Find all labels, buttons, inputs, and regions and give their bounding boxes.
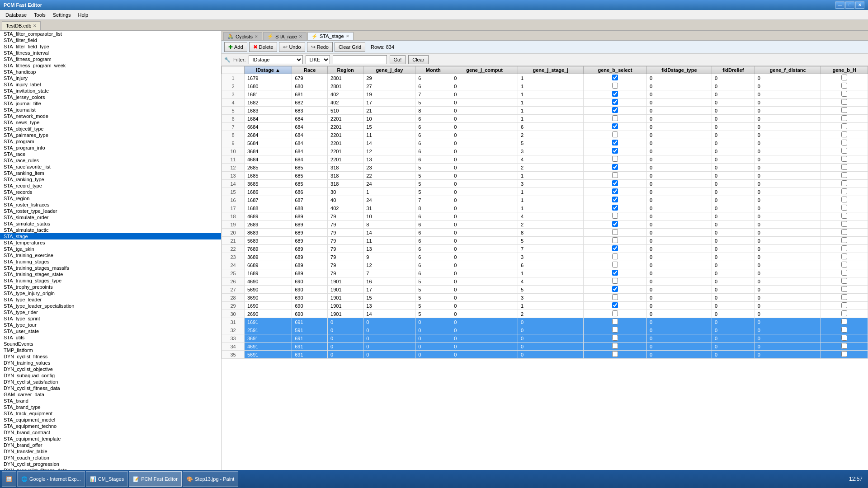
cell-race[interactable]: 684 — [292, 139, 328, 147]
cell-gene_j_stage_j[interactable]: 1 — [518, 82, 583, 90]
cell-fkidstage_type[interactable]: 0 — [646, 172, 712, 180]
cell-gene_j_stage_j[interactable]: 1 — [518, 204, 583, 212]
sidebar-item[interactable]: STA_handicap — [0, 69, 221, 75]
cell-gene-b-select[interactable] — [583, 196, 646, 204]
cell-idstage[interactable]: 8689 — [245, 229, 292, 237]
cell-gene_j_day[interactable]: 17 — [363, 99, 415, 107]
cell-gene_j_comput[interactable]: 0 — [451, 221, 518, 229]
table-row[interactable]: 251689689797601000 — [222, 269, 868, 277]
cell-region[interactable]: 2201 — [328, 115, 363, 123]
table-row[interactable]: 13168568531822501000 — [222, 172, 868, 180]
menu-help[interactable]: Help — [75, 11, 92, 19]
cell-idstage[interactable]: 1688 — [245, 204, 292, 212]
cell-gene_f_distanc[interactable]: 0 — [755, 196, 821, 204]
cell-gene_f_distanc[interactable]: 0 — [755, 302, 821, 310]
cell-month[interactable]: 5 — [415, 99, 451, 107]
cell-idstage[interactable]: 5684 — [245, 139, 292, 147]
cell-gene-b-h[interactable] — [821, 107, 868, 115]
cell-gene-b-select[interactable] — [583, 212, 646, 221]
cell-idstage[interactable]: 1683 — [245, 107, 292, 115]
sidebar-item[interactable]: STA_simulate_order — [0, 214, 221, 221]
cell-gene_j_comput[interactable]: 0 — [451, 253, 518, 261]
cell-fkidrelief[interactable]: 0 — [712, 318, 755, 326]
cell-gene_j_stage_j[interactable]: 1 — [518, 269, 583, 277]
data-table-container[interactable]: IDstage ▲ Race Region gene_j_day Month g… — [222, 66, 868, 476]
cell-race[interactable]: 684 — [292, 155, 328, 164]
cell-gene-b-h[interactable] — [821, 212, 868, 221]
cell-month[interactable]: 0 — [415, 326, 451, 334]
cell-month[interactable]: 5 — [415, 294, 451, 302]
cell-region[interactable]: 2201 — [328, 123, 363, 131]
sidebar-item[interactable]: STA_training_stages_type — [0, 277, 221, 284]
cell-race[interactable]: 682 — [292, 99, 328, 107]
cell-gene_j_comput[interactable]: 0 — [451, 286, 518, 294]
cell-month[interactable]: 5 — [415, 286, 451, 294]
cell-fkidrelief[interactable]: 0 — [712, 334, 755, 343]
cell-fkidstage_type[interactable]: 0 — [646, 147, 712, 155]
cell-fkidrelief[interactable]: 0 — [712, 196, 755, 204]
cell-fkidrelief[interactable]: 0 — [712, 164, 755, 172]
cell-gene_j_stage_j[interactable]: 3 — [518, 294, 583, 302]
cell-gene_j_day[interactable]: 12 — [363, 147, 415, 155]
cell-idstage[interactable]: 1686 — [245, 188, 292, 196]
cell-gene_f_distanc[interactable]: 0 — [755, 277, 821, 286]
sidebar-item[interactable]: STA_record_type — [0, 183, 221, 189]
cell-region[interactable]: 79 — [328, 229, 363, 237]
cell-region[interactable]: 79 — [328, 269, 363, 277]
cell-fkidstage_type[interactable]: 0 — [646, 90, 712, 99]
cell-gene_j_comput[interactable]: 0 — [451, 261, 518, 269]
table-row[interactable]: 61684684220110601000 — [222, 115, 868, 123]
cell-gene_f_distanc[interactable]: 0 — [755, 269, 821, 277]
cell-gene-b-select[interactable] — [583, 318, 646, 326]
cell-gene-b-select[interactable] — [583, 326, 646, 334]
cell-idstage[interactable]: 3684 — [245, 147, 292, 155]
cell-gene-b-select[interactable] — [583, 229, 646, 237]
taskbar-paint[interactable]: 🎨 Step13.jpg - Paint — [183, 471, 238, 487]
cell-idstage[interactable]: 1691 — [245, 318, 292, 326]
table-row[interactable]: 192689689798602000 — [222, 221, 868, 229]
cell-gene_j_comput[interactable]: 0 — [451, 196, 518, 204]
cell-gene_j_stage_j[interactable]: 6 — [518, 261, 583, 269]
cell-gene_j_day[interactable]: 14 — [363, 310, 415, 318]
menu-settings[interactable]: Settings — [49, 11, 75, 19]
cell-month[interactable]: 6 — [415, 131, 451, 139]
sidebar-item[interactable]: STA_simulate_tactic — [0, 227, 221, 233]
cell-fkidstage_type[interactable]: 0 — [646, 253, 712, 261]
cell-gene_j_stage_j[interactable]: 0 — [518, 343, 583, 351]
table-row[interactable]: 283690690190115503000 — [222, 294, 868, 302]
window-controls[interactable]: — □ ✕ — [835, 1, 864, 9]
cell-fkidrelief[interactable]: 0 — [712, 294, 755, 302]
sidebar-item[interactable]: STA_type_sprint — [0, 315, 221, 322]
cell-gene_j_stage_j[interactable]: 6 — [518, 123, 583, 131]
cell-idstage[interactable]: 2591 — [245, 326, 292, 334]
sidebar-item[interactable]: DYN_cyclist_satisfaction — [0, 379, 221, 385]
table-row[interactable]: 1616876874024701000 — [222, 196, 868, 204]
cell-region[interactable]: 402 — [328, 90, 363, 99]
sidebar-item[interactable]: STA_network_mode — [0, 113, 221, 119]
cell-gene-b-h[interactable] — [821, 172, 868, 180]
cell-gene-b-h[interactable] — [821, 90, 868, 99]
table-row[interactable]: 264690690190116504000 — [222, 277, 868, 286]
cell-idstage[interactable]: 2689 — [245, 221, 292, 229]
cell-race[interactable]: 689 — [292, 245, 328, 253]
sidebar-item[interactable]: STA_stage — [0, 233, 221, 239]
cell-region[interactable]: 79 — [328, 237, 363, 245]
sidebar-item[interactable]: STA_news_type — [0, 119, 221, 126]
cell-gene_j_stage_j[interactable]: 5 — [518, 139, 583, 147]
cell-region[interactable]: 0 — [328, 334, 363, 343]
cell-region[interactable]: 318 — [328, 180, 363, 188]
cell-gene-b-select[interactable] — [583, 286, 646, 294]
cell-gene-b-select[interactable] — [583, 147, 646, 155]
cell-gene_j_stage_j[interactable]: 3 — [518, 180, 583, 188]
cell-region[interactable]: 0 — [328, 343, 363, 351]
cell-gene_j_day[interactable]: 11 — [363, 131, 415, 139]
cell-gene_f_distanc[interactable]: 0 — [755, 164, 821, 172]
cell-month[interactable]: 6 — [415, 115, 451, 123]
col-gene-b-h[interactable]: gene_b_H — [821, 66, 868, 74]
cell-gene_j_comput[interactable]: 0 — [451, 302, 518, 310]
taskbar-cm-stages[interactable]: 📊 CM_Stages — [86, 471, 128, 487]
sidebar-item[interactable]: STA_training_stages — [0, 258, 221, 265]
cell-gene-b-select[interactable] — [583, 107, 646, 115]
cell-fkidrelief[interactable]: 0 — [712, 245, 755, 253]
cell-gene_f_distanc[interactable]: 0 — [755, 99, 821, 107]
